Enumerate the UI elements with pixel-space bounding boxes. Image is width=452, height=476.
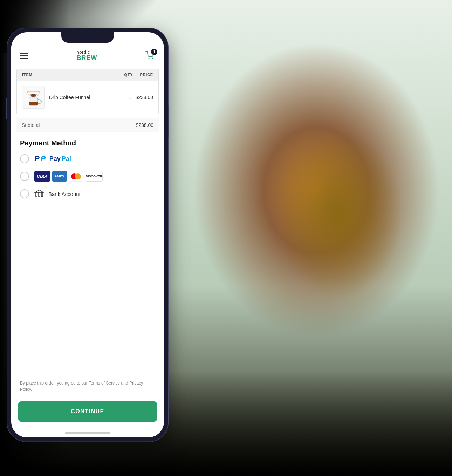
discover-text: DISCOVER — [86, 175, 102, 178]
product-image-svg — [24, 88, 43, 107]
paypal-option[interactable]: PP PayPal — [20, 154, 155, 163]
mc-circles — [71, 173, 81, 179]
phone-mockup: nordic BREW 1 ITEM — [7, 28, 168, 442]
svg-point-0 — [149, 58, 150, 59]
cart-button[interactable]: 1 — [145, 51, 155, 61]
cart-badge: 1 — [151, 49, 157, 55]
phone-frame: nordic BREW 1 ITEM — [7, 28, 168, 442]
logo-brew: BREW — [77, 55, 97, 62]
card-logos: VISA AMEX DISCOVER — [34, 171, 103, 182]
payment-title: Payment Method — [20, 139, 155, 147]
app-header: nordic BREW 1 — [11, 45, 164, 65]
subtotal-label: Subtotal — [22, 122, 40, 128]
header-item: ITEM — [22, 73, 117, 77]
app-logo: nordic BREW — [77, 50, 97, 62]
card-radio[interactable] — [20, 172, 29, 181]
svg-rect-3 — [29, 102, 38, 105]
subtotal-amount: $238.00 — [136, 122, 153, 128]
product-price: $238.00 — [135, 95, 153, 100]
paypal-text-blue: Pay — [49, 155, 61, 163]
bank-radio[interactable] — [20, 189, 29, 198]
logo-nordic: nordic — [77, 50, 97, 55]
svg-point-1 — [152, 58, 153, 59]
table-row: Drip Coffee Funnel 1 $238.00 — [17, 80, 158, 114]
spacer — [11, 211, 164, 380]
product-name: Drip Coffee Funnel — [49, 94, 124, 101]
header-qty: QTY — [124, 73, 133, 77]
visa-logo: VISA — [34, 171, 50, 182]
phone-notch — [61, 32, 114, 43]
paypal-radio[interactable] — [20, 154, 29, 163]
svg-rect-7 — [39, 192, 40, 197]
discover-logo: DISCOVER — [85, 171, 103, 182]
paypal-p-blue: P — [34, 154, 40, 163]
continue-button[interactable]: CONTINUE — [18, 401, 157, 422]
terms-text: By place this order, you agree to our Te… — [11, 380, 164, 393]
payment-section: Payment Method PP PayPal VISA AMEX — [11, 132, 164, 211]
bank-account-label: Bank Account — [48, 191, 81, 197]
phone-screen: nordic BREW 1 ITEM — [11, 32, 164, 437]
mastercard-logo — [69, 171, 83, 182]
hamburger-menu-button[interactable] — [20, 53, 28, 59]
svg-rect-8 — [41, 192, 43, 197]
product-qty: 1 — [129, 95, 131, 100]
header-price: PRICE — [140, 73, 153, 77]
svg-point-4 — [31, 94, 36, 97]
svg-marker-5 — [35, 190, 43, 192]
product-image — [22, 86, 45, 109]
paypal-text-light: Pal — [62, 155, 71, 163]
home-indicator — [65, 432, 110, 434]
app-screen: nordic BREW 1 ITEM — [11, 32, 164, 437]
bank-icon — [34, 189, 44, 198]
subtotal-row: Subtotal $238.00 — [16, 118, 159, 132]
amex-logo: AMEX — [52, 171, 67, 182]
paypal-p-light: P — [41, 154, 46, 163]
bank-option[interactable]: Bank Account — [20, 189, 155, 198]
svg-rect-6 — [36, 192, 37, 197]
mc-orange-circle — [75, 173, 81, 179]
table-header: ITEM QTY PRICE — [17, 69, 158, 80]
order-table: ITEM QTY PRICE — [16, 69, 159, 114]
bank-label-group: Bank Account — [34, 189, 81, 198]
card-option[interactable]: VISA AMEX DISCOVER — [20, 171, 155, 182]
paypal-logo: PP PayPal — [34, 154, 71, 163]
